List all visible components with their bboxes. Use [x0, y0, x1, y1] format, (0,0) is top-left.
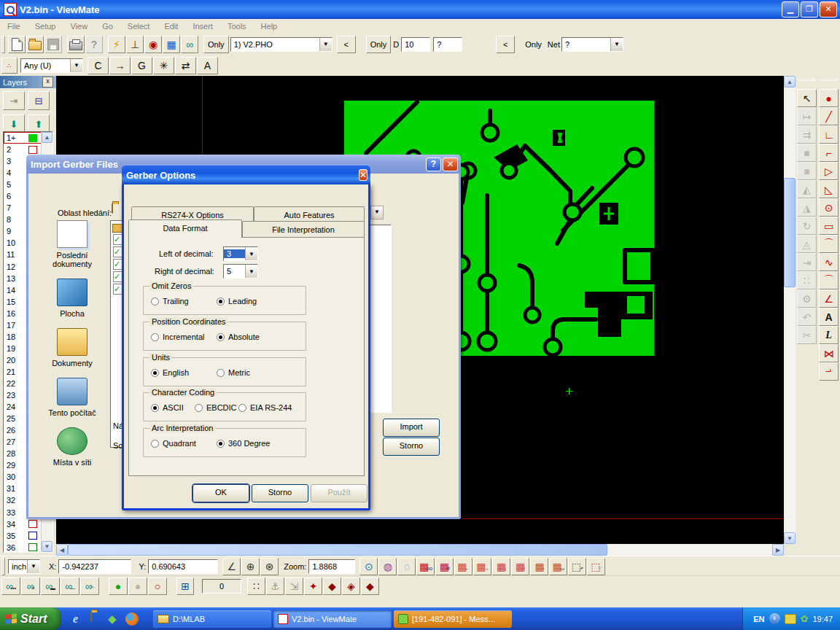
film-colors-icon[interactable]: ▦: [163, 36, 180, 53]
radio-metric[interactable]: Metric: [217, 368, 250, 377]
dcode-c-icon[interactable]: C: [88, 57, 109, 74]
view-flash-glasses-icon[interactable]: ∞•••: [1, 578, 20, 595]
scroll-down-icon[interactable]: ▼: [784, 532, 796, 544]
draw-line-button[interactable]: ╱: [819, 107, 839, 125]
radio-icon[interactable]: [217, 333, 225, 341]
zoom-value-input[interactable]: 1.8868: [308, 559, 355, 574]
grid-dots-icon[interactable]: ∷: [247, 578, 265, 595]
radio-quadrant[interactable]: Quadrant: [151, 439, 196, 448]
radio-icon[interactable]: [151, 404, 159, 412]
radio-icon[interactable]: [151, 440, 159, 448]
hide-icons-chevron[interactable]: ‹: [769, 613, 780, 624]
tab-file-interpretation[interactable]: File Interpretation: [242, 221, 365, 238]
chevron-down-icon[interactable]: ▼: [70, 59, 82, 72]
layer-color-swatch[interactable]: [28, 532, 37, 540]
lamp-on-icon[interactable]: ●: [109, 578, 128, 595]
new-file-button[interactable]: [8, 36, 26, 53]
pan-right-icon[interactable]: ▦→: [473, 558, 491, 575]
flash-select2-icon[interactable]: ◆: [323, 578, 341, 595]
scroll-left-icon[interactable]: ◀: [56, 544, 68, 556]
zoom-window-icon[interactable]: ◌: [397, 558, 416, 575]
canvas-vertical-scrollbar[interactable]: ▲ ▼: [784, 76, 796, 544]
origin-crosshair-icon[interactable]: ⊕: [241, 558, 260, 575]
measure-tool-icon[interactable]: ⊥: [126, 36, 144, 53]
tile-windows-icon[interactable]: ⊞: [176, 578, 194, 595]
prev-layer-button[interactable]: <: [337, 36, 356, 53]
menu-help[interactable]: Help: [254, 20, 285, 32]
scrollbar-thumb[interactable]: [68, 544, 607, 556]
chevron-down-icon[interactable]: ▼: [610, 38, 623, 51]
flash-select1-icon[interactable]: ✦: [304, 578, 322, 595]
chevron-down-icon[interactable]: ▼: [245, 265, 257, 278]
view-trace-glasses-icon[interactable]: ∞—: [61, 578, 79, 595]
toolbar-grip[interactable]: [820, 79, 838, 87]
chevron-down-icon[interactable]: ▼: [245, 247, 257, 260]
only-net-button[interactable]: Only: [521, 36, 546, 53]
chevron-down-icon[interactable]: ▼: [27, 560, 39, 573]
radio-trailing[interactable]: Trailing: [151, 297, 189, 306]
locate-point-icon[interactable]: ⊛: [260, 558, 279, 575]
lamp-off-icon[interactable]: ○: [148, 578, 167, 595]
close-icon[interactable]: ✕: [359, 169, 368, 181]
messenger-tray-icon[interactable]: [785, 614, 796, 624]
units-combo[interactable]: inch ▼: [8, 559, 40, 574]
ok-button[interactable]: OK: [192, 484, 249, 502]
draw-open-arc-button[interactable]: ▷: [819, 162, 839, 180]
tab-data-format[interactable]: Data Format: [128, 219, 242, 238]
radio-leading[interactable]: Leading: [217, 297, 257, 306]
radio-360-degree[interactable]: 360 Degree: [217, 439, 271, 448]
net-select-combo[interactable]: ? ▼: [561, 37, 623, 52]
radio-icon[interactable]: [151, 298, 159, 306]
dcode-swap-icon[interactable]: ⇄: [175, 57, 196, 74]
draw-rectangle-button[interactable]: ▭: [819, 217, 839, 235]
grid-edit-icon[interactable]: ▦▭: [549, 558, 567, 575]
layer-color-swatch[interactable]: [28, 146, 37, 154]
view-grid-icon[interactable]: ▦#: [435, 558, 454, 575]
storno-button[interactable]: Storno: [383, 438, 440, 456]
radio-eia-rs-244[interactable]: EIA RS-244: [238, 403, 292, 412]
taskbar-button[interactable]: [191-482-091] - Mess...: [394, 610, 512, 628]
print-button[interactable]: [67, 36, 85, 53]
dcode-a-icon[interactable]: A: [197, 57, 218, 74]
scroll-up-icon[interactable]: ▲: [784, 76, 796, 88]
radio-english[interactable]: English: [151, 368, 189, 377]
pan-left-icon[interactable]: ▦←: [454, 558, 472, 575]
layer-table-button[interactable]: ⊟: [28, 91, 50, 110]
select-arrow-button[interactable]: ↖: [797, 89, 817, 107]
menu-setup[interactable]: Setup: [28, 20, 63, 32]
draw-arc-point-button[interactable]: ⌒: [819, 271, 839, 289]
grid-add-icon[interactable]: ▦▫: [530, 558, 548, 575]
scrollbar-thumb[interactable]: [784, 178, 796, 287]
aperture-filter-combo[interactable]: Any (U) ▼: [20, 58, 83, 73]
dcode-input[interactable]: 10: [401, 37, 430, 52]
draw-dimension-button[interactable]: ⋈: [819, 344, 839, 362]
radio-incremental[interactable]: Incremental: [151, 332, 204, 341]
draw-flash-button[interactable]: ●: [819, 89, 839, 107]
place-tento-po-ta-[interactable]: Tento počítač: [37, 378, 107, 417]
dcode-star-icon[interactable]: ✳: [153, 57, 174, 74]
view-pads-glasses-icon[interactable]: ∞▬: [41, 578, 60, 595]
menu-insert[interactable]: Insert: [185, 20, 220, 32]
canvas-horizontal-scrollbar[interactable]: ◀ ▶: [56, 544, 784, 556]
radio-icon[interactable]: [238, 404, 246, 412]
chevron-down-icon[interactable]: ▼: [319, 38, 332, 51]
language-indicator[interactable]: EN: [753, 615, 764, 623]
taskbar-button[interactable]: D:\MLAB: [153, 610, 271, 628]
view-fill-glasses-icon[interactable]: ∞◠: [80, 578, 99, 595]
close-button[interactable]: ✕: [820, 1, 837, 18]
close-icon[interactable]: ✕: [443, 158, 458, 171]
place-m-sta-v-s-ti[interactable]: Místa v síti: [37, 427, 107, 467]
menu-tools[interactable]: Tools: [220, 20, 254, 32]
draw-circle-button[interactable]: ⊙: [819, 198, 839, 217]
minimize-button[interactable]: ▁: [782, 1, 799, 18]
flash-select4-icon[interactable]: ◆: [361, 578, 379, 595]
only-layer-button[interactable]: Only: [203, 36, 229, 53]
taskbar-button[interactable]: V2.bin - ViewMate: [273, 610, 392, 628]
left-of-decimal-combo[interactable]: 3 ▼: [223, 246, 258, 261]
firefox-icon[interactable]: [125, 612, 139, 626]
lamp-dim-icon[interactable]: ●: [128, 578, 147, 595]
gerber-dialog-titlebar[interactable]: Gerber Options ✕: [122, 166, 370, 184]
radio-icon[interactable]: [195, 404, 203, 412]
radio-ascii[interactable]: ASCII: [151, 403, 184, 412]
zoom-grid-icon[interactable]: ◍: [378, 558, 397, 575]
